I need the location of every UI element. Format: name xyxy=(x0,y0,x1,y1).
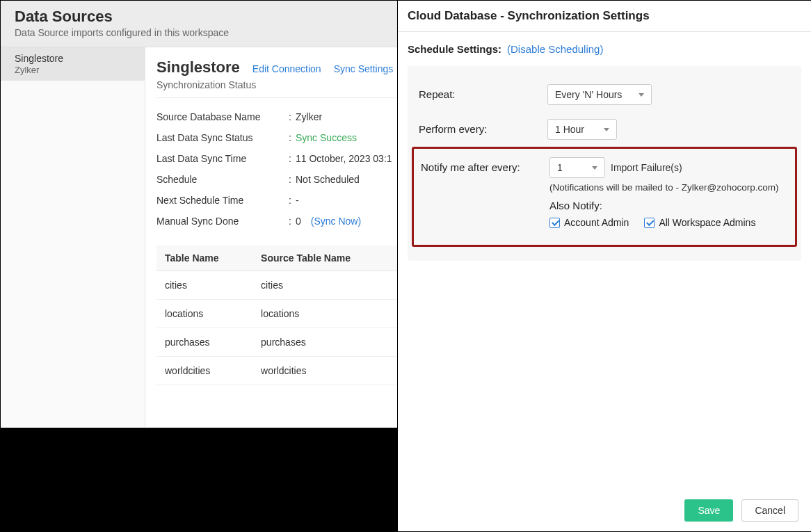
th-source-table: Source Table Name xyxy=(252,245,397,271)
kv-schedule: Schedule : Not Scheduled xyxy=(156,169,397,190)
notify-note: (Notifications will be mailed to - Zylke… xyxy=(549,182,788,193)
detail-subtitle: Synchronization Status xyxy=(156,79,397,98)
disable-scheduling-link[interactable]: (Disable Scheduling) xyxy=(507,43,603,55)
workspace-admins-checkbox[interactable]: All Workspace Admins xyxy=(644,217,755,228)
notify-suffix: Import Failure(s) xyxy=(611,162,682,173)
chevron-down-icon xyxy=(604,128,609,131)
detail-panel: Singlestore Edit Connection Sync Setting… xyxy=(145,47,397,427)
page-header: Data Sources Data Source imports configu… xyxy=(1,1,397,47)
kv-next-schedule: Next Schedule Time : - xyxy=(156,190,397,211)
edit-connection-link[interactable]: Edit Connection xyxy=(252,63,321,74)
checkbox-icon xyxy=(644,218,655,228)
sidebar-item-singlestore[interactable]: Singlestore Zylker xyxy=(1,47,145,81)
account-admin-checkbox[interactable]: Account Admin xyxy=(549,217,629,228)
kv-source-db: Source Database Name : Zylker xyxy=(156,106,397,127)
repeat-label: Repeat: xyxy=(419,84,547,100)
sidebar-item-title: Singlestore xyxy=(15,53,131,65)
save-button[interactable]: Save xyxy=(684,499,733,522)
notify-count-select[interactable]: 1 xyxy=(549,157,605,178)
sidebar: Singlestore Zylker xyxy=(1,47,145,427)
schedule-settings-label: Schedule Settings: xyxy=(408,43,501,55)
notify-highlight: Notify me after every: 1 Import Failure(… xyxy=(412,147,797,247)
sync-settings-modal: Cloud Database - Synchronization Setting… xyxy=(397,1,811,531)
sync-settings-link[interactable]: Sync Settings xyxy=(334,63,394,74)
kv-last-sync-time: Last Data Sync Time : 11 October, 2023 0… xyxy=(156,148,397,169)
table-row: cities cities xyxy=(156,271,397,300)
detail-title: Singlestore xyxy=(156,58,240,76)
table-row: purchases purchases xyxy=(156,328,397,357)
chevron-down-icon xyxy=(639,93,644,97)
checkbox-icon xyxy=(549,218,560,228)
perform-every-select[interactable]: 1 Hour xyxy=(547,119,617,140)
th-table-name: Table Name xyxy=(156,245,252,271)
perform-every-label: Perform every: xyxy=(419,119,547,135)
page-title: Data Sources xyxy=(15,8,383,26)
sidebar-item-sub: Zylker xyxy=(15,65,131,76)
black-area xyxy=(1,428,397,532)
page-subtitle: Data Source imports configured in this w… xyxy=(15,27,383,38)
table-row: worldcities worldcities xyxy=(156,357,397,385)
table-row: locations locations xyxy=(156,300,397,328)
repeat-select[interactable]: Every 'N' Hours xyxy=(547,84,652,105)
chevron-down-icon xyxy=(592,166,597,170)
also-notify-label: Also Notify: xyxy=(549,200,788,211)
cancel-button[interactable]: Cancel xyxy=(741,499,798,522)
kv-last-sync-status: Last Data Sync Status : Sync Success xyxy=(156,127,397,148)
modal-title: Cloud Database - Synchronization Setting… xyxy=(398,1,811,32)
notify-label: Notify me after every: xyxy=(421,157,549,173)
tables-table: Table Name Source Table Name cities citi… xyxy=(156,245,397,385)
sync-now-link[interactable]: (Sync Now) xyxy=(311,216,361,227)
schedule-settings-box: Repeat: Every 'N' Hours Perform every: 1… xyxy=(408,66,801,261)
kv-manual-sync: Manual Sync Done : 0 (Sync Now) xyxy=(156,211,397,232)
